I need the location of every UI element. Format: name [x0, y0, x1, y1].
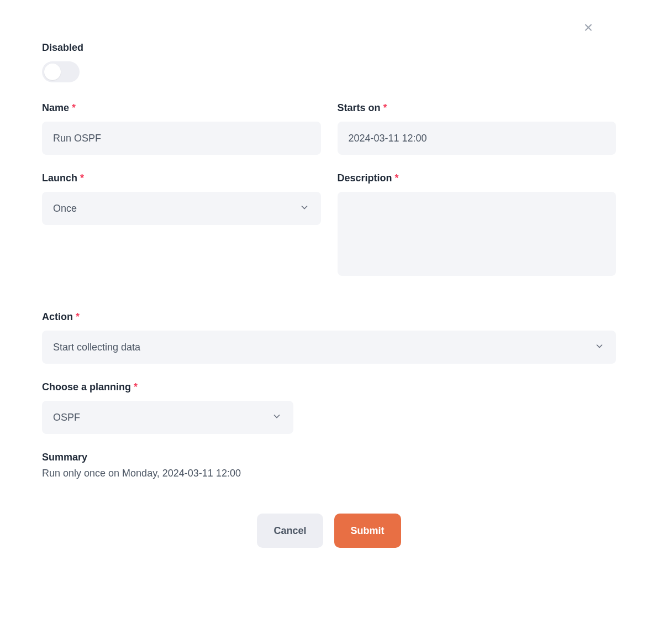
starts-on-input[interactable]	[338, 122, 617, 155]
row-launch-description: Launch * Once Description *	[42, 172, 616, 296]
planning-select[interactable]: OSPF	[42, 401, 293, 434]
starts-on-group: Starts on *	[338, 102, 617, 155]
description-label-text: Description	[338, 172, 392, 184]
launch-label-text: Launch	[42, 172, 77, 184]
summary-label: Summary	[42, 452, 616, 463]
name-required: *	[72, 102, 76, 113]
name-input[interactable]	[42, 122, 321, 155]
starts-on-required: *	[383, 102, 387, 113]
action-group: Action * Start collecting data	[42, 311, 616, 364]
chevron-down-icon	[299, 202, 310, 216]
planning-label-text: Choose a planning	[42, 381, 131, 392]
action-select[interactable]: Start collecting data	[42, 331, 616, 364]
launch-required: *	[80, 172, 84, 184]
description-textarea[interactable]	[338, 192, 617, 276]
chevron-down-icon	[594, 341, 605, 354]
name-group: Name *	[42, 102, 321, 155]
disabled-label: Disabled	[42, 42, 616, 54]
disabled-toggle[interactable]	[42, 61, 80, 82]
description-group: Description *	[338, 172, 617, 278]
starts-on-label: Starts on *	[338, 102, 617, 114]
launch-select[interactable]: Once	[42, 192, 321, 225]
action-required: *	[76, 311, 80, 322]
summary-text: Run only once on Monday, 2024-03-11 12:0…	[42, 468, 616, 479]
launch-label: Launch *	[42, 172, 321, 184]
submit-button[interactable]: Submit	[334, 514, 401, 548]
footer-buttons: Cancel Submit	[42, 514, 616, 548]
cancel-button[interactable]: Cancel	[257, 514, 323, 548]
name-label: Name *	[42, 102, 321, 114]
description-required: *	[395, 172, 399, 184]
launch-group: Launch * Once	[42, 172, 321, 278]
starts-on-label-text: Starts on	[338, 102, 381, 113]
launch-select-value: Once	[53, 203, 77, 214]
name-label-text: Name	[42, 102, 69, 113]
planning-group: Choose a planning * OSPF	[42, 381, 616, 434]
row-name-starts: Name * Starts on *	[42, 102, 616, 172]
chevron-down-icon	[271, 411, 282, 425]
action-label-text: Action	[42, 311, 73, 322]
close-button[interactable]: ×	[582, 20, 595, 33]
disabled-group: Disabled	[42, 42, 616, 85]
action-select-value: Start collecting data	[53, 342, 140, 353]
form-container: Disabled Name * Starts on * Launch *	[0, 0, 658, 548]
planning-label: Choose a planning *	[42, 381, 616, 393]
summary-group: Summary Run only once on Monday, 2024-03…	[42, 452, 616, 479]
planning-select-value: OSPF	[53, 412, 80, 423]
description-label: Description *	[338, 172, 617, 184]
close-icon: ×	[584, 19, 593, 36]
planning-required: *	[134, 381, 138, 392]
action-label: Action *	[42, 311, 616, 323]
